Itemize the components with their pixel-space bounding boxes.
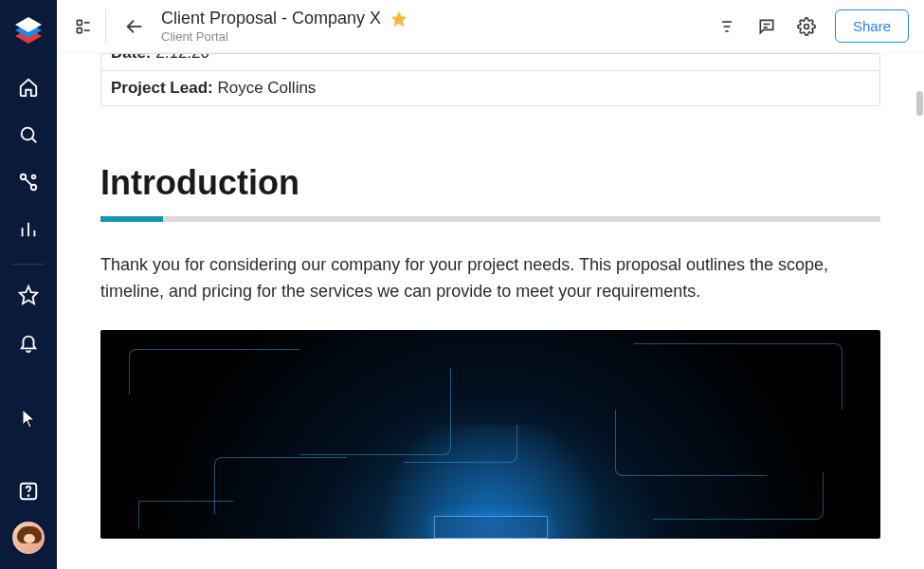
star-icon[interactable] <box>390 10 408 28</box>
sidebar <box>0 0 57 569</box>
page-title: Client Proposal - Company X <box>161 9 381 28</box>
settings-icon[interactable] <box>789 9 824 44</box>
svg-rect-11 <box>77 20 82 25</box>
meta-box: Date: 2.12.20 Project Lead: Royce Collin… <box>100 53 880 106</box>
sidebar-divider <box>12 264 45 265</box>
title-block: Client Proposal - Company X Client Porta… <box>161 9 408 44</box>
charts-icon[interactable] <box>11 212 45 247</box>
favorites-icon[interactable] <box>11 278 45 312</box>
svg-point-0 <box>22 128 34 140</box>
share-button[interactable]: Share <box>835 9 909 43</box>
meta-row-date: Date: 2.12.20 <box>101 54 879 71</box>
svg-point-4 <box>32 175 36 179</box>
app-logo[interactable] <box>12 11 45 44</box>
comments-icon[interactable] <box>750 9 784 44</box>
meta-label: Project Lead: <box>111 79 213 97</box>
svg-line-1 <box>32 138 37 143</box>
toc-icon[interactable] <box>710 9 744 44</box>
section-heading: Introduction <box>100 163 880 203</box>
relations-icon[interactable] <box>11 165 45 199</box>
back-button[interactable] <box>118 9 152 44</box>
svg-point-10 <box>28 495 29 496</box>
meta-value: Royce Collins <box>217 79 316 97</box>
svg-rect-12 <box>77 28 82 32</box>
notifications-icon[interactable] <box>11 325 45 359</box>
meta-row-lead: Project Lead: Royce Collins <box>101 71 879 105</box>
svg-point-22 <box>804 24 808 28</box>
meta-value: 2.12.20 <box>155 54 209 63</box>
meta-label: Date: <box>111 54 152 63</box>
breadcrumb[interactable]: Client Portal <box>161 29 408 44</box>
section-body: Thank you for considering our company fo… <box>100 252 880 305</box>
content: Date: 2.12.20 Project Lead: Royce Collin… <box>57 53 924 569</box>
svg-marker-16 <box>392 11 407 26</box>
hero-image <box>100 330 880 539</box>
svg-marker-8 <box>20 286 37 303</box>
section-underline <box>100 216 880 222</box>
outline-icon[interactable] <box>72 9 106 44</box>
home-icon[interactable] <box>11 70 45 104</box>
help-icon[interactable] <box>11 474 45 508</box>
search-icon[interactable] <box>11 118 45 152</box>
scrollbar-thumb[interactable] <box>916 91 923 116</box>
topbar: Client Proposal - Company X Client Porta… <box>57 0 924 53</box>
avatar[interactable] <box>12 522 45 554</box>
